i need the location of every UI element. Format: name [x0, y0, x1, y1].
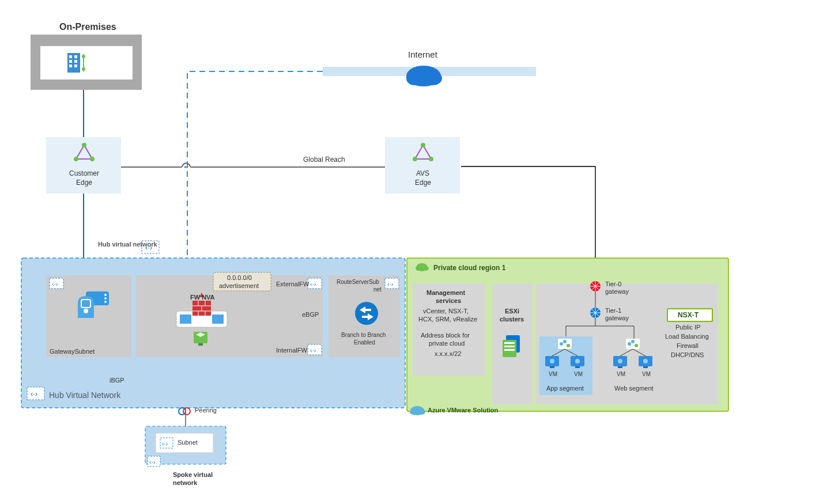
- svg-point-69: [550, 359, 554, 363]
- svg-rect-46: [198, 343, 203, 346]
- vm-label-1: VM: [549, 371, 557, 377]
- vnet-c-icon-app: [558, 339, 572, 349]
- nsx-l1: Public IP: [675, 324, 700, 331]
- onprem-inner: [40, 46, 133, 79]
- svg-point-79: [618, 359, 622, 363]
- avs-edge-l1: AVS: [416, 169, 429, 177]
- internal-fw-label: InternalFW: [276, 347, 307, 354]
- mgmt-b2: HCX, SRM, vRealize: [418, 316, 477, 323]
- svg-point-66: [567, 344, 570, 347]
- onprem-title: On-Premises: [59, 22, 116, 32]
- svg-rect-2: [74, 55, 77, 58]
- svg-rect-81: [643, 366, 648, 368]
- svg-text:‹·›: ‹·›: [310, 281, 316, 287]
- nsx-l4: DHCP/DNS: [671, 351, 704, 358]
- svg-point-76: [635, 344, 638, 347]
- branch-l1: Branch to Branch: [341, 332, 386, 338]
- branch-l2: Enabled: [354, 339, 375, 346]
- nsx-t-label: NSX-T: [678, 311, 699, 319]
- vm-icon: [613, 356, 627, 368]
- tier0-l1: Tier-0: [605, 281, 621, 287]
- default-route-l2: advertisement: [219, 282, 259, 289]
- internet-label: Internet: [408, 50, 437, 59]
- svg-point-55: [422, 266, 429, 271]
- svg-rect-4: [74, 60, 77, 63]
- svg-text:‹·›: ‹·›: [387, 281, 394, 287]
- global-reach-label: Global Reach: [303, 156, 345, 164]
- vm-label-2: VM: [574, 371, 583, 377]
- tier0-gateway-icon: [590, 281, 601, 291]
- route-server-icon: [355, 302, 378, 325]
- fw-nva-label: FW NVA: [190, 294, 215, 301]
- web-segment-label: Web segment: [614, 385, 654, 392]
- spoke-l2: network: [173, 479, 197, 486]
- svg-point-20: [429, 157, 433, 161]
- vm-icon: [545, 356, 559, 368]
- avs-label: Azure VMware Solution: [428, 407, 498, 414]
- ebgp-label: eBGP: [302, 311, 319, 318]
- spoke-subnet-label: Subnet: [178, 439, 198, 446]
- mgmt-h1: Management: [426, 289, 465, 296]
- svg-point-29: [104, 297, 107, 300]
- mgmt-b5: x.x.x.x/22: [435, 350, 461, 357]
- svg-point-32: [84, 309, 88, 313]
- gateway-subnet-label: GatewaySubnet: [50, 348, 95, 355]
- svg-rect-59: [504, 346, 515, 347]
- svg-point-8: [82, 55, 85, 58]
- svg-text:‹·›: ‹·›: [162, 440, 168, 447]
- vnet-c-icon-web: [626, 339, 640, 349]
- spoke-l1: Spoke virtual: [173, 471, 213, 478]
- svg-point-48: [355, 302, 378, 325]
- svg-point-12: [424, 71, 442, 85]
- external-fw-label: ExternalFW: [276, 281, 309, 287]
- mgmt-b1: vCenter, NSX-T,: [423, 308, 469, 314]
- svg-point-19: [413, 157, 417, 161]
- svg-point-85: [417, 409, 425, 415]
- nsx-l2: Load Balancing: [665, 333, 709, 340]
- svg-point-65: [563, 340, 567, 343]
- svg-point-30: [104, 301, 107, 303]
- svg-point-74: [628, 342, 631, 346]
- mgmt-h2: services: [436, 297, 461, 304]
- hub-vnet-small-label: Hub virtual network: [98, 241, 157, 248]
- svg-rect-1: [69, 55, 72, 58]
- svg-rect-68: [550, 366, 554, 368]
- ibgp-label: iBGP: [110, 377, 124, 384]
- svg-point-64: [560, 342, 563, 346]
- vm-icon: [639, 356, 652, 368]
- svg-point-18: [421, 143, 425, 147]
- esxi-l1: ESXi: [505, 308, 519, 314]
- svg-point-14: [82, 143, 86, 147]
- tier1-l1: Tier-1: [605, 307, 621, 314]
- avs-edge-l2: Edge: [415, 179, 431, 187]
- mgmt-b3: Address block for: [421, 332, 470, 339]
- line-internet-dashed: [187, 71, 323, 265]
- nsx-l3: Firewall: [677, 342, 699, 349]
- svg-rect-6: [74, 65, 77, 67]
- customer-edge-l2: Edge: [76, 179, 92, 187]
- tier1-gateway-icon: [590, 308, 601, 318]
- svg-point-15: [74, 157, 78, 161]
- vm-label-3: VM: [617, 371, 625, 377]
- esxi-l2: clusters: [500, 316, 524, 323]
- svg-point-84: [410, 409, 417, 415]
- rs-subnet-l2: net: [373, 286, 382, 293]
- tier0-l2: gateway: [605, 288, 629, 295]
- svg-point-75: [631, 340, 635, 343]
- svg-point-54: [416, 266, 421, 271]
- tier1-l2: gateway: [605, 314, 629, 321]
- svg-rect-3: [69, 60, 72, 63]
- private-cloud-region-label: Private cloud region 1: [433, 264, 505, 272]
- app-segment-label: App segment: [546, 385, 584, 392]
- svg-point-50: [183, 408, 190, 415]
- hub-vnet-big-label: Hub Virtual Network: [49, 391, 120, 400]
- svg-rect-71: [575, 366, 580, 368]
- peering-icon: [179, 408, 190, 415]
- mgmt-b4: private cloud: [429, 340, 465, 347]
- svg-text:‹·›: ‹·›: [52, 281, 58, 287]
- svg-text:‹·›: ‹·›: [31, 389, 37, 398]
- svg-rect-60: [504, 349, 515, 351]
- svg-point-82: [643, 359, 648, 363]
- vm-icon: [571, 356, 584, 368]
- svg-point-28: [104, 294, 107, 296]
